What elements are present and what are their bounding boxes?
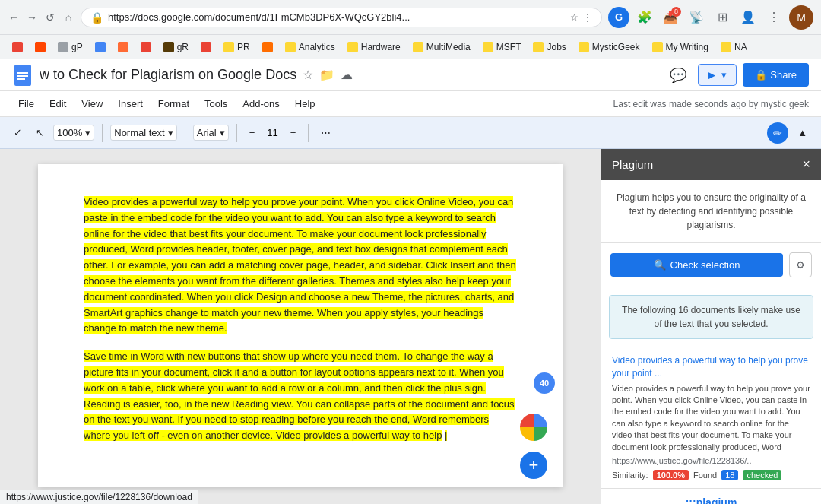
edit-mode-button[interactable]: ✏ (767, 122, 788, 144)
comments-button[interactable]: 💬 (664, 62, 692, 89)
doc-area[interactable]: Video provides a powerful way to help yo… (0, 149, 601, 504)
account-icon[interactable]: 👤 (737, 7, 759, 28)
present-button[interactable]: ▶ ▾ (698, 64, 737, 86)
bookmark-item-2[interactable] (30, 40, 50, 54)
menu-edit[interactable]: Edit (43, 95, 72, 113)
bookmark-item-6[interactable] (136, 40, 156, 54)
profile-icon[interactable]: G (608, 7, 629, 28)
highlighted-text-2: Save time in Word with new buttons that … (84, 350, 515, 441)
bookmark-analytics-label: Analytics (299, 42, 335, 52)
bookmark-msft[interactable]: MSFT (478, 40, 526, 54)
doc-paragraph-2: Save time in Word with new buttons that … (84, 349, 517, 444)
plagium-close-button[interactable]: × (802, 157, 810, 173)
font-value: Arial (197, 127, 217, 138)
plagium-sidebar: Plagium × Plagium helps you to ensure th… (601, 149, 821, 504)
cast-icon[interactable]: 📡 (686, 7, 707, 28)
check-selection-button[interactable]: 🔍 Check selection (610, 253, 783, 277)
tab-groups-icon[interactable]: ⊞ (712, 7, 733, 28)
check-selection-area: 🔍 Check selection ⚙ (601, 243, 821, 287)
url-text: https://docs.google.com/document/d/1FmCM… (108, 11, 566, 23)
style-chevron: ▾ (168, 127, 173, 138)
star-doc-icon[interactable]: ☆ (303, 68, 313, 82)
move-to-folder-icon[interactable]: 📁 (319, 68, 334, 82)
google-logo-fab[interactable] (520, 414, 547, 441)
bookmark-multimedia-label: MultiMedia (426, 42, 471, 52)
bookmark-gr[interactable]: gR (159, 40, 193, 54)
bookmark-mysticgeek[interactable]: MysticGeek (574, 40, 645, 54)
font-chevron: ▾ (220, 127, 225, 138)
last-edit-text: Last edit was made seconds ago by mystic… (613, 99, 809, 109)
found-value: 18 (721, 470, 738, 480)
item8-icon (201, 42, 211, 52)
font-size-minus[interactable]: − (245, 124, 260, 141)
bookmark-analytics-icon[interactable] (258, 40, 277, 54)
bookmark-analytics[interactable]: Analytics (281, 40, 340, 54)
style-selector[interactable]: Normal text ▾ (110, 125, 176, 141)
settings-button[interactable]: ⚙ (789, 252, 812, 277)
address-bar[interactable]: 🔒 https://docs.google.com/document/d/1Fm… (81, 8, 602, 27)
item4-icon (95, 42, 106, 52)
present-chevron: ▾ (721, 69, 727, 81)
bookmark-multimedia[interactable]: MultiMedia (408, 40, 475, 54)
download-icon[interactable]: 📥 8 (660, 7, 681, 28)
add-button[interactable]: + (520, 452, 547, 479)
result-link[interactable]: Video provides a powerful way to help yo… (612, 354, 810, 380)
notification-badge: 40 (534, 372, 555, 394)
menu-format[interactable]: Format (152, 95, 195, 113)
docs-menu: File Edit View Insert Format Tools Add-o… (0, 91, 821, 117)
bookmark-hardware[interactable]: Hardware (343, 40, 405, 54)
bookmark-youtube[interactable] (8, 40, 27, 54)
menu-view[interactable]: View (75, 95, 109, 113)
font-size-plus[interactable]: + (286, 124, 301, 141)
search-icon: 🔍 (654, 259, 666, 271)
plagium-notice: The following 16 documents likely make u… (609, 295, 813, 339)
item6-icon (141, 42, 151, 52)
analytics-folder-icon (285, 42, 296, 52)
plagium-title: Plagium (612, 158, 653, 171)
bookmark-item-5[interactable] (113, 40, 133, 54)
doc-page: Video provides a powerful way to help yo… (38, 164, 563, 487)
font-selector[interactable]: Arial ▾ (193, 125, 229, 141)
user-avatar[interactable]: M (789, 5, 813, 30)
lens-icon[interactable]: ⋮ (583, 12, 592, 23)
back-button[interactable]: ← (8, 11, 20, 24)
doc-paragraph-1: Video provides a powerful way to help yo… (84, 195, 517, 337)
toolbar-cursor[interactable]: ↖ (31, 124, 49, 141)
menu-insert[interactable]: Insert (112, 95, 149, 113)
bookmark-item-4[interactable] (90, 40, 110, 54)
bookmark-gp[interactable]: gP (53, 40, 87, 54)
result-item: Video provides a powerful way to help yo… (601, 347, 821, 489)
menu-icon[interactable]: ⋮ (763, 7, 785, 28)
plagium-logo: :::plagium (601, 489, 821, 504)
doc-title: w to Check for Plagiarism on Google Docs (40, 67, 296, 83)
menu-addons[interactable]: Add-ons (236, 95, 285, 113)
menu-tools[interactable]: Tools (198, 95, 233, 113)
zoom-selector[interactable]: 100% ▾ (53, 125, 94, 141)
plagium-intro: Plagium helps you to ensure the original… (601, 180, 821, 243)
docs-toolbar: ✓ ↖ 100% ▾ Normal text ▾ Arial ▾ − 11 + … (0, 117, 821, 149)
add-comment-btn-area: + (520, 452, 547, 479)
extensions-icon[interactable]: 🧩 (634, 7, 655, 28)
star-icon[interactable]: ☆ (570, 12, 579, 23)
share-button[interactable]: 🔒 Share (743, 63, 809, 87)
share-label: Share (770, 69, 797, 81)
home-button[interactable]: ⌂ (62, 11, 74, 24)
docs-header: w to Check for Plagiarism on Google Docs… (0, 59, 821, 91)
mysticgeek-folder-icon (579, 42, 589, 52)
bookmark-jobs[interactable]: Jobs (528, 40, 570, 54)
refresh-button[interactable]: ↺ (44, 11, 56, 24)
bookmark-item-8[interactable] (196, 40, 216, 54)
forward-button[interactable]: → (26, 11, 38, 24)
menu-help[interactable]: Help (289, 95, 322, 113)
lock-icon: 🔒 (90, 11, 103, 24)
bookmark-pr[interactable]: PR (219, 40, 255, 54)
na-folder-icon (721, 42, 731, 52)
bookmark-mywriting[interactable]: My Writing (648, 40, 713, 54)
bookmark-na[interactable]: NA (716, 40, 752, 54)
menu-file[interactable]: File (12, 95, 40, 113)
zoom-chevron: ▾ (85, 127, 90, 138)
toolbar-more[interactable]: ⋯ (316, 124, 335, 141)
toolbar-chevron-up[interactable]: ▲ (793, 124, 812, 141)
toolbar-spellcheck[interactable]: ✓ (9, 124, 27, 141)
highlighted-text-1: Video provides a powerful way to help yo… (84, 196, 516, 334)
